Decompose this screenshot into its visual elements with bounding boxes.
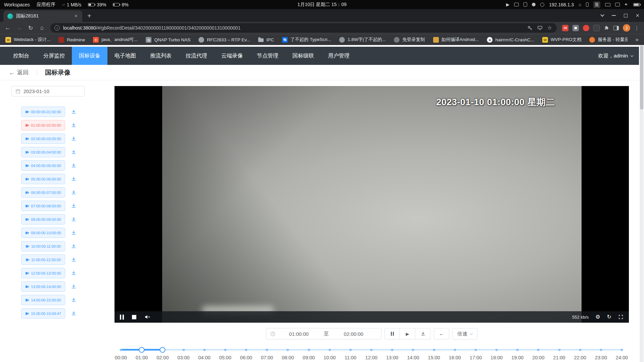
seek-start-button[interactable]: ← bbox=[434, 328, 449, 339]
segment-download-button-10[interactable] bbox=[71, 243, 77, 249]
segment-download-button-14[interactable] bbox=[71, 297, 77, 303]
clipboard-icon[interactable] bbox=[523, 2, 527, 7]
navbar-item-2[interactable]: 国标设备 bbox=[72, 47, 107, 65]
date-picker[interactable]: 2023-01-10 bbox=[11, 86, 85, 96]
segment-download-button-1[interactable] bbox=[71, 122, 77, 128]
video-player[interactable]: 2023-01-10 01:00:00 星期二 552 kb/s ⚙ ↻ bbox=[114, 86, 629, 323]
segment-button-4[interactable]: 04:00:00-05:00:00 bbox=[21, 160, 65, 171]
extension-blocker-icon[interactable] bbox=[583, 25, 589, 31]
navbar-item-3[interactable]: 电子地图 bbox=[107, 47, 143, 65]
segment-button-13[interactable]: 13:00:00-14:00:00 bbox=[21, 281, 65, 292]
bookmark-item-1[interactable]: Redmine bbox=[58, 37, 85, 43]
bookmark-star-icon[interactable]: ☆ bbox=[547, 25, 552, 31]
timeline-hour-dot-21[interactable] bbox=[558, 349, 560, 351]
segment-download-button-0[interactable] bbox=[71, 109, 77, 115]
segment-button-11[interactable]: 11:00:00-12:00:00 bbox=[21, 254, 65, 265]
segment-button-8[interactable]: 08:00:00-09:00:00 bbox=[21, 214, 65, 225]
timeline-hour-dot-11[interactable] bbox=[349, 349, 352, 351]
segment-download-button-13[interactable] bbox=[71, 284, 77, 289]
segment-download-button-12[interactable] bbox=[71, 270, 77, 276]
timeline-track[interactable] bbox=[121, 349, 622, 351]
segment-button-9[interactable]: 09:00:00-10:00:00 bbox=[21, 228, 65, 238]
input-language-indicator[interactable]: 英 bbox=[593, 1, 600, 8]
play-button[interactable]: ▶ bbox=[400, 328, 415, 339]
window-close-button[interactable]: × bbox=[636, 12, 639, 18]
workspaces-button[interactable]: Workspaces bbox=[4, 2, 30, 7]
new-tab-button[interactable]: + bbox=[84, 11, 94, 21]
timeline-hour-dot-24[interactable] bbox=[621, 349, 623, 351]
timeline-slider[interactable]: 00:0001:0002:0003:0004:0005:0006:0007:00… bbox=[121, 349, 622, 361]
segment-button-7[interactable]: 07:00:00-08:00:00 bbox=[21, 201, 65, 211]
share-icon[interactable] bbox=[537, 25, 543, 31]
timeline-hour-dot-12[interactable] bbox=[370, 349, 373, 351]
system-battery-icon[interactable] bbox=[633, 3, 640, 6]
timeline-hour-dot-4[interactable] bbox=[203, 349, 205, 351]
site-info-icon[interactable]: i bbox=[54, 25, 60, 31]
navbar-item-0[interactable]: 控制台 bbox=[6, 47, 36, 65]
timeline-hour-dot-7[interactable] bbox=[266, 349, 268, 351]
timeline-hour-dot-9[interactable] bbox=[308, 349, 310, 351]
tab-search-chevron-icon[interactable] bbox=[601, 13, 604, 16]
bookmark-item-11[interactable]: WWVP-PRO文档 bbox=[542, 37, 582, 43]
screenshot-tool-icon[interactable] bbox=[514, 3, 519, 6]
back-button[interactable]: ← bbox=[3, 23, 13, 33]
status-dot-icon[interactable] bbox=[532, 3, 536, 6]
end-time-value[interactable]: 02:00:00 bbox=[330, 331, 377, 337]
segment-button-5[interactable]: 05:00:00-06:00:00 bbox=[21, 174, 65, 184]
navbar-item-7[interactable]: 节点管理 bbox=[250, 47, 285, 65]
segment-button-1[interactable]: 01:00:00-02:00:00 bbox=[21, 120, 65, 130]
timeline-hour-dot-8[interactable] bbox=[287, 349, 289, 351]
timeline-hour-dot-18[interactable] bbox=[496, 349, 498, 351]
segment-download-button-5[interactable] bbox=[71, 176, 77, 182]
extension-js-icon[interactable]: JS bbox=[562, 25, 568, 31]
start-time-value[interactable]: 01:00:00 bbox=[275, 331, 322, 337]
timeline-hour-dot-3[interactable] bbox=[182, 349, 185, 351]
profile-avatar[interactable]: J bbox=[623, 24, 630, 32]
reload-button[interactable]: ↻ bbox=[26, 23, 36, 33]
player-pause-icon[interactable] bbox=[120, 315, 124, 320]
media-play-icon[interactable]: ▶ bbox=[506, 2, 509, 7]
forward-button[interactable]: → bbox=[14, 23, 24, 33]
timeline-hour-dot-22[interactable] bbox=[579, 349, 581, 351]
ip-address-text[interactable]: 192.168.1.3 bbox=[549, 2, 574, 7]
bookmark-item-5[interactable]: IPC bbox=[258, 37, 274, 42]
navbar-item-5[interactable]: 拉流代理 bbox=[179, 47, 214, 65]
window-minimize-button[interactable] bbox=[612, 15, 616, 16]
bookmark-item-6[interactable]: 知了不起的 TypeScri... bbox=[282, 37, 331, 43]
extension-gray-icon[interactable] bbox=[572, 25, 579, 31]
tools-icon[interactable] bbox=[540, 3, 544, 7]
segment-download-button-2[interactable] bbox=[71, 136, 77, 142]
user-menu[interactable]: 欢迎，admin bbox=[598, 47, 633, 65]
time-range-picker[interactable]: 01:00:00 至 02:00:00 bbox=[266, 328, 381, 339]
tab-close-icon[interactable]: × bbox=[74, 13, 78, 19]
segment-download-button-6[interactable] bbox=[71, 190, 77, 195]
timeline-hour-dot-14[interactable] bbox=[412, 349, 414, 351]
bookmark-item-2[interactable]: Cjava、android可... bbox=[93, 37, 138, 43]
segment-download-button-3[interactable] bbox=[71, 149, 77, 155]
bookmark-item-3[interactable]: QQNAP Turbo NAS bbox=[146, 37, 190, 43]
bookmarks-overflow-icon[interactable]: » bbox=[636, 36, 639, 43]
extension-dark-icon[interactable] bbox=[593, 25, 600, 31]
player-stop-icon[interactable] bbox=[132, 315, 136, 319]
timeline-hour-dot-0[interactable] bbox=[120, 349, 122, 351]
timeline-hour-dot-23[interactable] bbox=[600, 349, 602, 351]
segment-button-6[interactable]: 06:00:00-07:00:00 bbox=[21, 187, 65, 198]
back-link[interactable]: ← 返回 bbox=[9, 69, 29, 76]
segment-button-12[interactable]: 12:00:00-13:00:00 bbox=[21, 268, 65, 278]
navbar-item-1[interactable]: 分屏监控 bbox=[36, 47, 72, 65]
timeline-hour-dot-13[interactable] bbox=[391, 349, 394, 351]
player-settings-icon[interactable]: ⚙ bbox=[595, 314, 600, 320]
password-key-icon[interactable] bbox=[527, 25, 533, 31]
volume-icon[interactable] bbox=[625, 2, 629, 7]
segment-button-2[interactable]: 02:00:00-03:00:00 bbox=[21, 133, 65, 144]
segment-download-button-7[interactable] bbox=[71, 203, 77, 209]
timeline-hour-dot-16[interactable] bbox=[454, 349, 456, 351]
pause-button[interactable] bbox=[384, 328, 400, 339]
scrollbar-thumb[interactable] bbox=[640, 46, 643, 110]
timeline-hour-dot-15[interactable] bbox=[433, 349, 435, 351]
player-fullscreen-icon[interactable] bbox=[618, 314, 624, 320]
navbar-item-9[interactable]: 用户管理 bbox=[321, 47, 357, 65]
segment-download-button-15[interactable] bbox=[71, 311, 77, 316]
segment-button-10[interactable]: 10:00:00-11:00:00 bbox=[21, 241, 65, 251]
applications-button[interactable]: 应用程序 bbox=[37, 2, 55, 8]
